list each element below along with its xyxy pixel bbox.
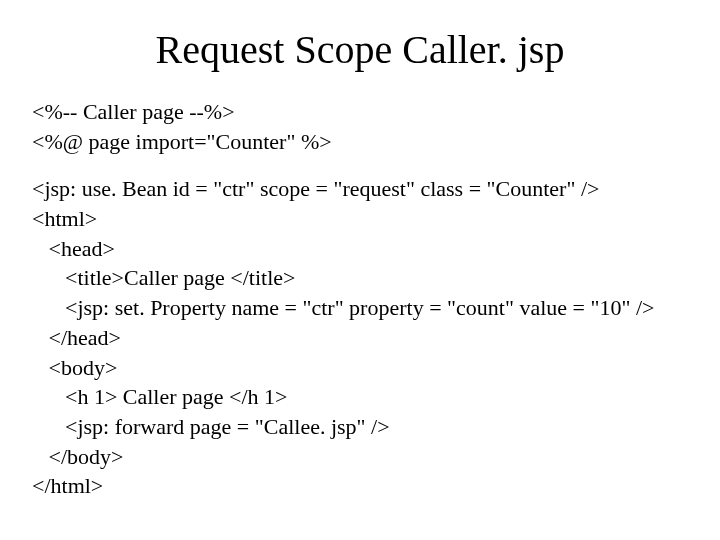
blank-line xyxy=(32,156,710,174)
code-line: <jsp: use. Bean id = "ctr" scope = "requ… xyxy=(32,176,599,201)
code-line: <head> xyxy=(32,236,115,261)
code-line: <jsp: forward page = "Callee. jsp" /> xyxy=(32,414,390,439)
slide: Request Scope Caller. jsp <%-- Caller pa… xyxy=(0,26,720,540)
code-line: <body> xyxy=(32,355,117,380)
code-line: <jsp: set. Property name = "ctr" propert… xyxy=(32,295,654,320)
code-line: <html> xyxy=(32,206,97,231)
code-line: </body> xyxy=(32,444,123,469)
code-block: <%-- Caller page --%> <%@ page import="C… xyxy=(32,97,710,501)
slide-title: Request Scope Caller. jsp xyxy=(0,26,720,73)
code-line: </head> xyxy=(32,325,121,350)
code-line: <title>Caller page </title> xyxy=(32,265,295,290)
code-line: <h 1> Caller page </h 1> xyxy=(32,384,288,409)
code-line: </html> xyxy=(32,473,103,498)
code-line: <%@ page import="Counter" %> xyxy=(32,129,332,154)
code-line: <%-- Caller page --%> xyxy=(32,99,235,124)
